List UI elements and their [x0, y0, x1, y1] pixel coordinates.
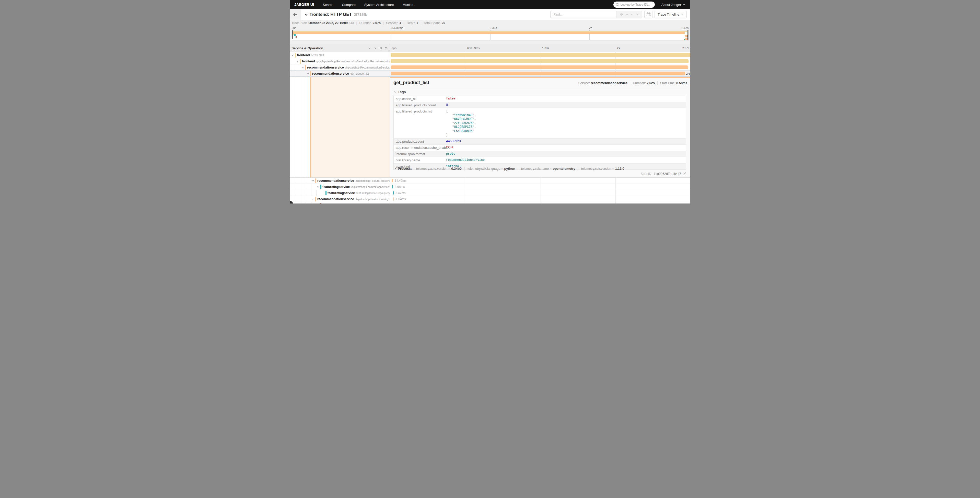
nav-item-search[interactable]: Search: [323, 3, 333, 6]
chevron-down-icon[interactable]: [312, 179, 314, 182]
span-timeline-cell: [390, 58, 690, 64]
chevron-down-icon[interactable]: [296, 60, 299, 63]
span-row-selected[interactable]: recommendationserviceget_product_list2.6…: [290, 70, 690, 77]
summary-value: October 22 2022, 22:10:09: [309, 21, 348, 25]
double-chevron-right-icon[interactable]: [385, 46, 388, 50]
span-name-column: frontendgrpc.hipstershop.RecommendationS…: [302, 58, 390, 64]
indent-guide: [301, 202, 301, 203]
indent-guide: [291, 190, 291, 196]
operation-name: grpc.hipstershop.RecommendationService/L…: [317, 60, 390, 63]
minimap-right-handle[interactable]: [687, 30, 688, 38]
span-bar[interactable]: [391, 72, 685, 75]
chevron-down-icon[interactable]: [317, 185, 319, 188]
timeline-gridline: [541, 190, 541, 196]
indent-guide: [311, 190, 312, 196]
span-bar[interactable]: [391, 179, 393, 182]
span-row[interactable]: frontendHTTP GET: [290, 52, 690, 58]
span-name-column: recommendationservice/hipstershop.Produc…: [317, 196, 390, 202]
span-bar[interactable]: [391, 53, 690, 57]
span-bar[interactable]: [391, 59, 689, 63]
back-button[interactable]: [290, 9, 301, 20]
indent-guide: [311, 184, 312, 190]
tags-toggle[interactable]: Tags: [394, 90, 406, 94]
span-id-value: 1ca2262df0e18447: [654, 172, 681, 176]
minimap-tick: 2.67s: [682, 26, 689, 29]
about-jaeger-menu[interactable]: About Jaeger: [662, 3, 685, 6]
span-row[interactable]: [290, 202, 690, 203]
span-row[interactable]: featureflagservicefeatureflagservice.rep…: [290, 190, 690, 196]
chevron-down-icon[interactable]: [301, 66, 304, 69]
span-timeline-cell: 1.04ms: [390, 196, 690, 202]
keyboard-shortcuts-button[interactable]: [644, 11, 652, 18]
service-name: frontend: [302, 59, 315, 63]
locate-icon[interactable]: [620, 13, 623, 16]
timeline-tick: 2s: [617, 46, 620, 49]
double-chevron-down-icon[interactable]: [379, 46, 382, 50]
tag-key: app.filtered_products.count: [394, 102, 446, 109]
span-row[interactable]: frontendgrpc.hipstershop.RecommendationS…: [290, 58, 690, 64]
service-color-bar: [326, 191, 326, 195]
process-toggle[interactable]: Process:: [394, 167, 412, 171]
chevron-down-icon: [682, 3, 685, 6]
span-duration-label: 3.68ms: [395, 185, 405, 189]
process-tag: telemetry.auto.version=0.34b0: [414, 167, 461, 171]
chevron-down-icon[interactable]: [291, 54, 294, 56]
minimap[interactable]: [292, 30, 689, 40]
tag-list-item: "LS4PSXUNUM": [446, 129, 476, 134]
minimap-left-handle[interactable]: [292, 30, 293, 38]
chevron-down-icon[interactable]: [312, 198, 314, 200]
chevron-down-icon[interactable]: [368, 46, 371, 50]
tag-key: app.filtered_products.list: [394, 109, 446, 138]
tag-key: app.cache_hit: [394, 96, 446, 102]
span-detail-panel: get_product_list Service: recommendation…: [390, 77, 690, 177]
clear-find-icon[interactable]: [636, 13, 639, 16]
span-bar[interactable]: [393, 191, 394, 195]
span-row[interactable]: recommendationservice/hipstershop.Featur…: [290, 178, 690, 184]
summary-item: Duration2.67s: [359, 21, 381, 25]
indent-guide: [306, 202, 306, 203]
find-input[interactable]: [550, 11, 616, 18]
selected-span-band: [311, 77, 390, 177]
span-name-column: featureflagservice/hipstershop.FeatureFl…: [322, 184, 390, 190]
span-bar[interactable]: [392, 185, 393, 188]
span-row[interactable]: recommendationservice/hipstershop.Produc…: [290, 196, 690, 202]
trace-view-selector[interactable]: Trace Timeline: [654, 11, 687, 18]
span-row[interactable]: recommendationservice/hipstershop.Recomm…: [290, 64, 690, 70]
summary-label: Duration: [359, 21, 371, 25]
service-name: recommendationservice: [317, 197, 354, 201]
chevron-right-icon[interactable]: [374, 46, 377, 50]
span-bar-duration-label: 2.62s: [686, 72, 690, 75]
tag-row: app.recommendation.cache_enabledtrue: [394, 144, 686, 151]
span-bar[interactable]: [391, 65, 688, 69]
summary-item: Depth7: [407, 21, 418, 25]
app-logo[interactable]: JAEGER UI: [294, 3, 314, 6]
nav-item-monitor[interactable]: Monitor: [402, 3, 414, 6]
nav-item-system-architecture[interactable]: System Architecture: [364, 3, 394, 6]
operation-name: featureflagservice.repo.query:fe...: [356, 192, 390, 195]
service-value: recommendationservice: [591, 81, 627, 85]
chevron-down-icon[interactable]: [307, 72, 309, 75]
trace-id-search-input[interactable]: [620, 3, 652, 6]
collapse-trace-chevron-icon[interactable]: [304, 13, 308, 16]
timeline-gridline: [466, 202, 466, 203]
tag-key: app.recommendation.cache_enabled: [394, 145, 446, 151]
span-row[interactable]: featureflagservice/hipstershop.FeatureFl…: [290, 184, 690, 190]
link-icon[interactable]: [682, 172, 686, 176]
next-match-icon[interactable]: [631, 13, 634, 16]
prev-match-icon[interactable]: [625, 13, 628, 16]
nav-item-compare[interactable]: Compare: [342, 3, 355, 6]
span-detail-left-column: [290, 77, 390, 177]
indent-guide: [291, 184, 291, 190]
summary-item: Trace StartOctober 22 2022, 22:10:09.543: [291, 21, 354, 25]
span-bar[interactable]: [393, 197, 394, 201]
trace-id-search[interactable]: [613, 2, 655, 8]
trace-view-label: Trace Timeline: [658, 13, 679, 16]
tag-row: app.filtered_products.list["1YMWWN1N4O",…: [394, 108, 686, 138]
top-nav: JAEGER UI SearchCompareSystem Architectu…: [290, 0, 690, 9]
timeline-gridline: [541, 184, 541, 190]
service-color-bar: [295, 53, 296, 57]
separator: |: [383, 21, 384, 25]
tag-list-item: "1YMWWN1N4O",: [446, 113, 476, 118]
span-name-column: recommendationservice/hipstershop.Featur…: [317, 178, 390, 184]
service-color-bar: [320, 185, 321, 189]
